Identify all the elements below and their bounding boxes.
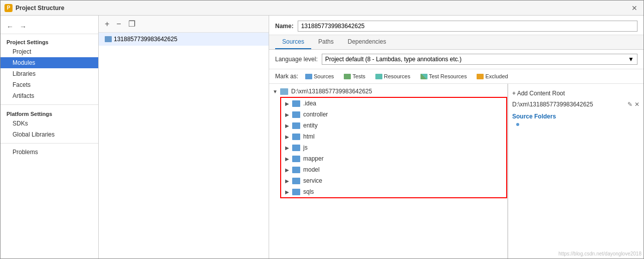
tree-item-service[interactable]: ▶ service xyxy=(281,175,506,186)
tree-item-entity[interactable]: ▶ entity xyxy=(281,120,506,131)
sidebar-item-problems[interactable]: Problems xyxy=(1,147,98,158)
title-bar-left: P Project Structure xyxy=(5,4,64,12)
test-resources-folder-icon xyxy=(420,74,427,79)
tree-item-idea[interactable]: ▶ .idea xyxy=(281,98,506,109)
html-folder-icon xyxy=(292,134,300,140)
idea-folder-icon xyxy=(292,100,300,107)
language-level-row: Language level: Project default (8 - Lam… xyxy=(269,50,643,69)
language-level-arrow: ▼ xyxy=(628,56,634,63)
tests-folder-icon xyxy=(344,74,351,79)
module-item[interactable]: 1318857739983642625 xyxy=(99,33,269,46)
project-structure-window: P Project Structure ✕ ← → Project Settin… xyxy=(0,0,644,259)
mark-sources-button[interactable]: Sources xyxy=(302,72,337,80)
nav-toolbar: ← → xyxy=(1,20,98,34)
sidebar-item-global-libraries[interactable]: Global Libraries xyxy=(1,129,98,140)
highlighted-tree-items: ▶ .idea ▶ controller ▶ entity xyxy=(280,97,507,198)
controller-expand-icon[interactable]: ▶ xyxy=(283,110,291,118)
sidebar-item-project[interactable]: Project xyxy=(1,46,98,57)
js-expand-icon[interactable]: ▶ xyxy=(283,144,291,152)
sources-folder-icon xyxy=(305,74,312,79)
remove-module-button[interactable]: − xyxy=(114,19,123,29)
right-panel: Name: Sources Paths Dependencies Languag… xyxy=(269,16,643,258)
sidebar-divider xyxy=(1,104,98,105)
mark-as-label: Mark as: xyxy=(275,73,298,80)
project-settings-header: Project Settings xyxy=(1,36,98,46)
service-expand-icon[interactable]: ▶ xyxy=(283,177,291,185)
language-level-label: Language level: xyxy=(275,56,318,63)
tree-item-sqls[interactable]: ▶ sqls xyxy=(281,186,506,197)
close-button[interactable]: ✕ xyxy=(629,3,639,13)
path-item: D:\xm\1318857739983642625 ✎ ✕ xyxy=(512,99,639,110)
sidebar-item-facets[interactable]: Facets xyxy=(1,79,98,90)
sidebar-item-sdks[interactable]: SDKs xyxy=(1,118,98,129)
excluded-folder-icon xyxy=(477,74,484,79)
module-label: 1318857739983642625 xyxy=(114,36,177,43)
app-icon: P xyxy=(5,4,13,12)
platform-settings-header: Platform Settings xyxy=(1,108,98,118)
edit-path-button[interactable]: ✎ xyxy=(627,101,632,108)
sidebar-item-modules[interactable]: Modules xyxy=(1,57,98,68)
tree-root-row[interactable]: ▼ D:\xm\1318857739983642625 xyxy=(269,86,507,97)
tree-item-html[interactable]: ▶ html xyxy=(281,131,506,142)
tab-dependencies[interactable]: Dependencies xyxy=(341,35,393,49)
add-content-root-button[interactable]: + Add Content Root xyxy=(512,88,639,99)
copy-module-button[interactable]: ❐ xyxy=(126,19,137,29)
watermark: https://blog.csdn.net/dayonglove2018 xyxy=(558,251,641,256)
center-toolbar: + − ❐ xyxy=(99,16,269,33)
root-label: D:\xm\1318857739983642625 xyxy=(289,88,505,95)
mark-test-resources-button[interactable]: Test Resources xyxy=(417,72,470,80)
mark-as-row: Mark as: Sources Tests Resources Test Re… xyxy=(269,69,643,84)
mark-tests-button[interactable]: Tests xyxy=(341,72,368,80)
sidebar-divider-2 xyxy=(1,143,98,144)
remove-path-button[interactable]: ✕ xyxy=(634,101,639,108)
title-bar: P Project Structure ✕ xyxy=(1,1,643,16)
mark-resources-button[interactable]: Resources xyxy=(372,72,413,80)
name-label: Name: xyxy=(275,23,294,30)
sources-content: ▼ D:\xm\1318857739983642625 ▶ .idea ▶ xyxy=(269,84,643,258)
tab-paths[interactable]: Paths xyxy=(311,35,341,49)
forward-button[interactable]: → xyxy=(18,22,29,32)
idea-expand-icon[interactable]: ▶ xyxy=(283,99,291,107)
tree-area: ▼ D:\xm\1318857739983642625 ▶ .idea ▶ xyxy=(269,84,508,258)
tree-item-model[interactable]: ▶ model xyxy=(281,164,506,175)
resources-folder-icon xyxy=(375,74,382,79)
entity-expand-icon[interactable]: ▶ xyxy=(283,121,291,130)
name-input[interactable] xyxy=(298,21,637,32)
module-icon xyxy=(105,36,112,42)
path-text: D:\xm\1318857739983642625 xyxy=(512,101,593,108)
info-panel: + Add Content Root D:\xm\131885773998364… xyxy=(508,84,643,258)
sidebar-item-artifacts[interactable]: Artifacts xyxy=(1,90,98,101)
sidebar: ← → Project Settings Project Modules Lib… xyxy=(1,16,99,258)
source-folder-item xyxy=(512,122,639,127)
tabs-row: Sources Paths Dependencies xyxy=(269,35,643,50)
name-row: Name: xyxy=(269,16,643,35)
source-folders-label: Source Folders xyxy=(512,110,639,122)
language-level-value: Project default (8 - Lambdas, type annot… xyxy=(325,56,462,63)
language-level-select[interactable]: Project default (8 - Lambdas, type annot… xyxy=(322,54,637,65)
add-module-button[interactable]: + xyxy=(103,19,111,29)
tree-item-js[interactable]: ▶ js xyxy=(281,142,506,153)
controller-folder-icon xyxy=(292,111,300,118)
root-expand-icon[interactable]: ▼ xyxy=(271,87,279,95)
sidebar-item-libraries[interactable]: Libraries xyxy=(1,68,98,79)
tree-item-mapper[interactable]: ▶ mapper xyxy=(281,153,506,164)
path-actions: ✎ ✕ xyxy=(627,101,639,108)
mapper-expand-icon[interactable]: ▶ xyxy=(283,155,291,163)
model-expand-icon[interactable]: ▶ xyxy=(283,166,291,174)
window-title: Project Structure xyxy=(16,5,64,12)
html-expand-icon[interactable]: ▶ xyxy=(283,133,291,141)
js-folder-icon xyxy=(292,145,300,151)
mark-excluded-button[interactable]: Excluded xyxy=(474,72,511,80)
entity-folder-icon xyxy=(292,122,300,129)
mapper-folder-icon xyxy=(292,156,300,162)
tree-item-controller[interactable]: ▶ controller xyxy=(281,109,506,120)
center-panel: + − ❐ 1318857739983642625 xyxy=(99,16,269,258)
sqls-expand-icon[interactable]: ▶ xyxy=(283,188,291,196)
sqls-folder-icon xyxy=(292,189,300,195)
source-dot-icon xyxy=(516,123,519,126)
service-folder-icon xyxy=(292,178,300,184)
model-folder-icon xyxy=(292,167,300,173)
back-button[interactable]: ← xyxy=(5,22,16,32)
main-content: ← → Project Settings Project Modules Lib… xyxy=(1,16,643,258)
tab-sources[interactable]: Sources xyxy=(275,35,311,49)
